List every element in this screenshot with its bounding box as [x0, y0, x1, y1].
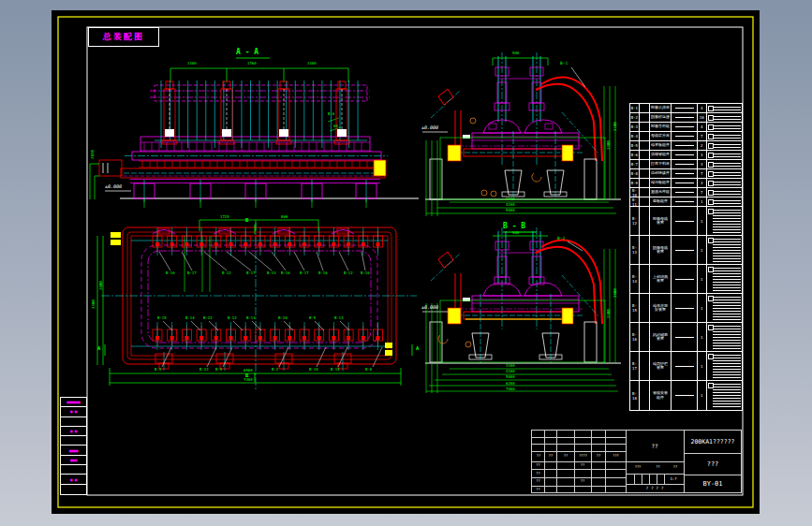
- bom-code-cell: B-8: [630, 169, 640, 178]
- part-label: B-12: [222, 271, 231, 275]
- title-mid-cell: ???: [627, 462, 649, 474]
- dimension-text: 4100: [506, 370, 515, 373]
- title-header-cell: ??: [533, 452, 544, 460]
- bom-qty-cell: 4: [698, 104, 707, 112]
- part-label: B-17: [246, 271, 256, 275]
- part-label: B-15: [157, 316, 167, 320]
- drawing-title-label: 总装配图: [103, 31, 144, 43]
- bom-spec-cell: [672, 132, 698, 140]
- bom-blank-cell: [640, 160, 650, 168]
- part-label: B-22: [199, 368, 209, 372]
- part-label: B-5: [309, 316, 316, 320]
- bom-code-cell: B-14: [630, 265, 640, 293]
- bom-name-cell: 边部绝缘件: [650, 169, 672, 178]
- title-block-line: [605, 431, 606, 492]
- dimension-text: 1100: [187, 62, 197, 66]
- title-left-cell: ??: [533, 487, 543, 494]
- bom-qty-cell: 1: [698, 381, 707, 410]
- part-label: B-17: [187, 271, 197, 275]
- bom-code-cell: B-16: [630, 323, 640, 351]
- bom-qty-cell: 1: [698, 236, 707, 264]
- part-label: B-10: [309, 368, 318, 372]
- bom-spec-cell: [672, 141, 698, 150]
- bom-spec-cell: [672, 323, 698, 351]
- revision-row: [61, 417, 86, 427]
- dimension-text: 5000: [506, 209, 515, 212]
- bom-row: B-18管线安装 组件1: [630, 381, 742, 410]
- bom-qty-cell: 3: [698, 160, 707, 168]
- bom-remarks-cell: [707, 104, 742, 112]
- dimension-text: 6200: [506, 382, 515, 386]
- bom-qty-cell: 4: [698, 123, 707, 131]
- dimension-text: 4100: [506, 203, 515, 207]
- bom-qty-cell: 2: [698, 141, 707, 150]
- dimension-text: 60: [333, 124, 338, 128]
- part-label: B-14: [185, 316, 195, 320]
- dimension-text: 3100: [613, 122, 617, 131]
- pipe-part-label-bb: B-2: [557, 237, 565, 241]
- title-header-cell: ????: [575, 452, 591, 460]
- bom-row: B-17槽周护栏 装置1: [630, 352, 742, 381]
- bom-remarks-cell: [707, 123, 742, 131]
- bom-name-cell: 垫板组件: [650, 197, 672, 206]
- bom-row: B-5槽罩板组件2: [630, 141, 742, 151]
- bom-code-cell: B-1: [630, 104, 640, 112]
- dimension-text: 2400: [607, 140, 611, 150]
- bom-remarks-cell: [707, 141, 742, 150]
- bom-spec-cell: [672, 352, 698, 380]
- title-drawing-no: BY-01: [685, 476, 741, 491]
- bom-row: B-6排烟管组件3: [630, 151, 742, 160]
- title-block-line: [684, 431, 685, 492]
- title-block-line: [642, 475, 642, 484]
- bom-code-cell: B-12: [630, 207, 640, 235]
- bom-remarks-cell: [707, 160, 742, 168]
- title-left-cell: ??: [575, 478, 590, 486]
- title-product: 200KA1??????: [685, 432, 741, 452]
- title-scale-cell: 1:?: [664, 475, 683, 484]
- bom-qty-cell: 3: [698, 151, 707, 159]
- revision-row: [61, 485, 86, 494]
- part-label: B-16: [166, 271, 175, 275]
- bom-name-cell: 打壳下料器: [650, 160, 672, 168]
- title-block-line: [627, 474, 684, 475]
- bom-qty-cell: 3: [698, 179, 707, 187]
- dimension-text: 3100: [506, 364, 515, 368]
- dimension-text: 1100: [307, 62, 317, 66]
- dimension-text: 860: [281, 215, 288, 219]
- cut-mark-b-bottom: B: [245, 373, 248, 379]
- revision-row: ■■■■■■: [61, 398, 86, 407]
- bom-parts-table: B-1阳极夹持器4B-2阴极软连接10B-3阳极导杆组4B-4母线提升器7B-5…: [629, 103, 743, 411]
- dimension-text: 5000: [506, 375, 515, 379]
- part-label: B-16: [361, 271, 370, 275]
- part-label: B-18: [278, 316, 288, 320]
- title-block-line: [591, 431, 592, 492]
- bom-code-cell: B-4: [630, 132, 640, 140]
- revision-row: [61, 436, 86, 446]
- bom-spec-cell: [672, 236, 698, 264]
- bom-remarks-cell: [707, 294, 742, 322]
- bom-name-cell: 阳极母线 装置: [650, 207, 672, 235]
- bom-remarks-cell: [707, 381, 742, 410]
- bom-code-cell: B-17: [630, 352, 640, 380]
- bom-name-cell: 阳极导杆组: [650, 123, 672, 131]
- title-mid-cell: ??: [649, 462, 667, 474]
- bom-name-cell: 槽罩板组件: [650, 141, 672, 150]
- bom-qty-cell: 1: [698, 352, 707, 380]
- cut-mark-b-top: B: [245, 218, 248, 224]
- title-block-line: [532, 444, 626, 445]
- bom-spec-cell: [672, 197, 698, 206]
- bom-code-cell: B-2: [630, 113, 640, 122]
- bom-remarks-cell: [707, 113, 742, 122]
- title-block-line: [627, 484, 684, 485]
- bom-spec-cell: [672, 104, 698, 112]
- bom-spec-cell: [672, 160, 698, 168]
- bom-blank-cell: [640, 197, 650, 206]
- part-label: B-9: [215, 368, 222, 372]
- bom-code-cell: B-3: [630, 123, 640, 131]
- bom-remarks-cell: [707, 207, 742, 235]
- bom-qty-cell: 7: [698, 132, 707, 140]
- dimension-text: 7000: [506, 387, 515, 391]
- title-block-line: [685, 453, 741, 454]
- part-label: B-2: [272, 368, 278, 372]
- bom-qty-cell: 1: [698, 197, 707, 206]
